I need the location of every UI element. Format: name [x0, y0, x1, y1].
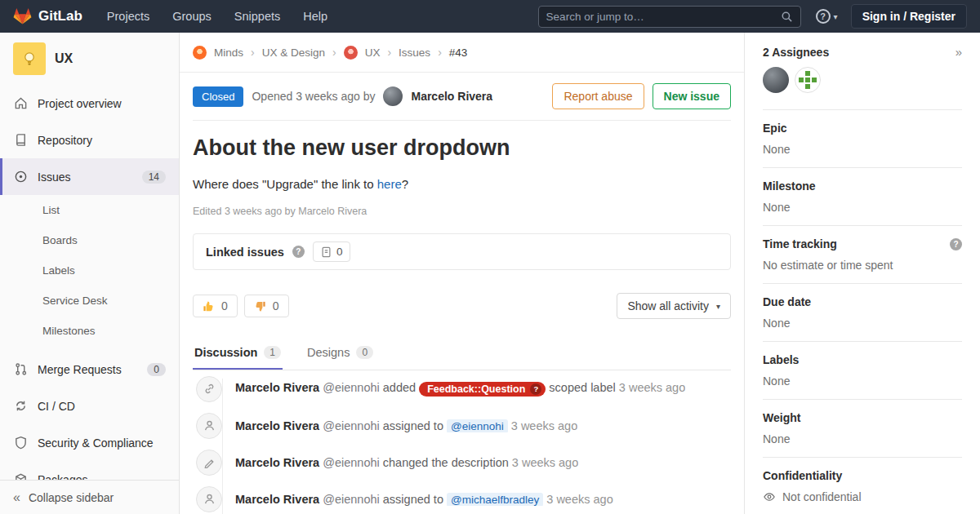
breadcrumb-group[interactable]: Minds	[214, 47, 243, 59]
sidebar-subitem-list[interactable]: List	[0, 195, 179, 225]
note-action: assigned to	[383, 419, 443, 432]
note-author[interactable]: Marcelo Rivera	[235, 419, 319, 432]
breadcrumb-project[interactable]: UX	[365, 47, 381, 59]
assignee-avatar[interactable]	[795, 67, 821, 93]
help-dropdown[interactable]: ? ▾	[816, 9, 838, 24]
project-context[interactable]: UX	[0, 33, 179, 85]
sidebar-item-label: CI / CD	[38, 400, 75, 413]
sidebar-item-ci-cd[interactable]: CI / CD	[0, 388, 179, 424]
author-avatar[interactable]	[383, 86, 403, 106]
section-title: Labels	[763, 353, 962, 366]
help-icon[interactable]: ?	[950, 238, 962, 250]
activity-filter-dropdown[interactable]: Show all activity ▾	[617, 293, 731, 319]
note-action: changed the description	[383, 456, 509, 469]
sidebar-subitem-milestones[interactable]: Milestones	[0, 316, 179, 346]
note-action-suffix: scoped label	[549, 381, 615, 394]
search-icon	[781, 11, 793, 23]
section-value: Not confidential	[782, 490, 862, 503]
scoped-label[interactable]: Feedback::Question?	[419, 382, 546, 397]
awards-row: 0 0 Show all activity ▾	[193, 293, 731, 319]
double-chevron-right-icon[interactable]: »	[956, 45, 962, 59]
sidebar-item-repository[interactable]: Repository	[0, 122, 179, 158]
user-icon	[196, 486, 222, 512]
author-name[interactable]: Marcelo Rivera	[411, 90, 492, 103]
sidebar-subitem-service-desk[interactable]: Service Desk	[0, 286, 179, 316]
header-actions: Report abuse New issue	[552, 83, 731, 109]
sidebar-subitem-labels[interactable]: Labels	[0, 255, 179, 286]
breadcrumb-subgroup[interactable]: UX & Design	[262, 47, 325, 59]
issue-main: Minds › UX & Design › UX › Issues › #43 …	[180, 33, 744, 514]
tab-count: 0	[356, 346, 373, 359]
note-author[interactable]: Marcelo Rivera	[235, 493, 319, 506]
collapse-sidebar-button[interactable]: « Collapse sidebar	[0, 480, 179, 514]
section-value: None	[763, 317, 962, 330]
chevron-down-icon: ▾	[716, 302, 720, 311]
merge-requests-count-badge: 0	[147, 363, 166, 376]
help-icon[interactable]: ?	[292, 246, 305, 258]
issues-count-badge: 14	[142, 171, 166, 184]
merge-request-icon	[13, 362, 28, 376]
breadcrumb: Minds › UX & Design › UX › Issues › #43	[180, 33, 744, 73]
section-title: Time tracking	[763, 237, 837, 250]
lightbulb-avatar	[13, 42, 46, 75]
system-note: Marcelo Rivera @eiennohi added Feedback:…	[193, 370, 731, 407]
note-time[interactable]: 3 weeks ago	[546, 493, 612, 506]
thumbs-down-button[interactable]: 0	[244, 295, 289, 317]
new-issue-button[interactable]: New issue	[653, 83, 731, 109]
note-author[interactable]: Marcelo Rivera	[235, 456, 319, 469]
note-time[interactable]: 3 weeks ago	[511, 419, 577, 432]
sidebar-item-project-overview[interactable]: Project overview	[0, 85, 179, 122]
discussion-notes: Marcelo Rivera @eiennohi added Feedback:…	[193, 370, 731, 514]
description-text: ?	[402, 177, 408, 191]
nav-help[interactable]: Help	[303, 10, 327, 23]
description-link[interactable]: here	[377, 177, 402, 191]
thumbs-up-icon	[203, 300, 215, 312]
nav-groups[interactable]: Groups	[172, 10, 212, 23]
tab-label: Designs	[307, 346, 350, 359]
tab-count: 1	[264, 346, 281, 359]
nav-snippets[interactable]: Snippets	[234, 10, 280, 23]
mention-link[interactable]: @eiennohi	[447, 419, 508, 432]
sidebar-item-issues[interactable]: Issues 14	[0, 158, 179, 195]
status-badge: Closed	[193, 86, 243, 107]
tab-discussion[interactable]: Discussion 1	[193, 335, 283, 370]
nav-projects[interactable]: Projects	[107, 10, 149, 23]
home-icon	[13, 96, 28, 110]
note-time[interactable]: 3 weeks ago	[512, 456, 578, 469]
sidebar-item-merge-requests[interactable]: Merge Requests 0	[0, 351, 179, 388]
section-title: Confidentiality	[763, 469, 962, 482]
section-title: Epic	[763, 122, 962, 135]
assignee-avatars	[763, 67, 962, 110]
double-chevron-left-icon: «	[13, 490, 20, 505]
note-author[interactable]: Marcelo Rivera	[235, 381, 319, 394]
search-box[interactable]	[538, 6, 801, 28]
report-abuse-button[interactable]: Report abuse	[552, 83, 644, 109]
tab-designs[interactable]: Designs 0	[305, 335, 375, 370]
sign-in-button[interactable]: Sign in / Register	[851, 4, 967, 29]
eye-icon	[763, 491, 776, 503]
sidebar-item-security-compliance[interactable]: Security & Compliance	[0, 424, 179, 461]
chevron-down-icon: ▾	[834, 12, 838, 21]
issue-status-row: Closed Opened 3 weeks ago by Marcelo Riv…	[193, 73, 731, 121]
pencil-icon	[196, 450, 222, 476]
breadcrumb-issues[interactable]: Issues	[399, 47, 430, 59]
search-input[interactable]	[546, 11, 781, 23]
issues-icon	[13, 170, 28, 184]
note-action: added	[383, 381, 416, 394]
note-handle: @eiennohi	[323, 381, 380, 394]
sidebar-section-labels: Labels None	[763, 342, 962, 400]
help-icon: ?	[816, 9, 831, 24]
linked-issues-count[interactable]: 0	[313, 241, 351, 262]
sidebar-section-due-date: Due date None	[763, 284, 962, 342]
user-icon	[196, 413, 222, 439]
sidebar-section-epic: Epic None	[763, 110, 962, 168]
gitlab-logo[interactable]: GitLab	[13, 7, 82, 25]
section-value: None	[763, 432, 962, 445]
note-time[interactable]: 3 weeks ago	[619, 381, 685, 394]
note-handle: @eiennohi	[323, 456, 380, 469]
issue-description: Where does "Upgrade" the link to here?	[193, 177, 731, 191]
assignee-avatar[interactable]	[763, 67, 789, 93]
thumbs-up-button[interactable]: 0	[193, 295, 238, 317]
sidebar-subitem-boards[interactable]: Boards	[0, 225, 179, 255]
mention-link[interactable]: @michaelfbradley	[447, 493, 543, 506]
